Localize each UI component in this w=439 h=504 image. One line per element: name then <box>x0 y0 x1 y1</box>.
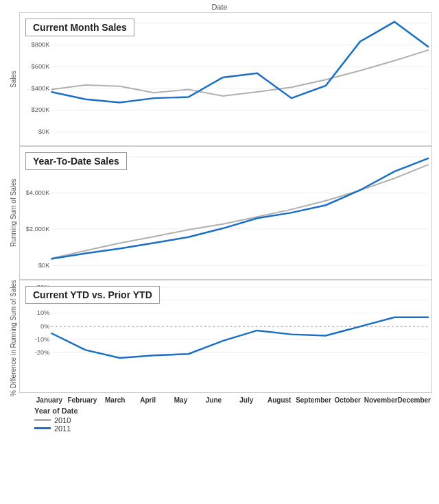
svg-text:$800K: $800K <box>32 42 50 49</box>
chart2-wrapper: Running Sum of Sales Year-To-Date Sales … <box>7 146 432 280</box>
chart3-wrapper: % Difference in Running Sum of Sales Cur… <box>7 280 432 396</box>
main-container: Date Sales Current Month Sales $1,000K $… <box>0 0 439 433</box>
months-axis: January February March April May June Ju… <box>7 396 432 404</box>
svg-text:$0K: $0K <box>38 262 50 269</box>
month-sep: September <box>296 396 331 404</box>
month-apr: April <box>132 396 165 404</box>
chart1-y-label: Sales <box>7 12 19 146</box>
legend-line-2011 <box>34 427 51 429</box>
month-feb: February <box>66 396 99 404</box>
month-may: May <box>165 396 198 404</box>
svg-text:-10%: -10% <box>35 336 50 343</box>
month-mar: March <box>99 396 132 404</box>
chart1-wrapper: Sales Current Month Sales $1,000K $800K … <box>7 12 432 146</box>
month-aug: August <box>263 396 296 404</box>
chart1-area: Current Month Sales $1,000K $800K $600K … <box>19 12 432 146</box>
legend-title: Year of Date <box>34 407 78 415</box>
chart3-y-label: % Difference in Running Sum of Sales <box>7 280 19 396</box>
svg-text:$0K: $0K <box>38 128 50 135</box>
svg-text:$2,000K: $2,000K <box>26 226 50 232</box>
month-jul: July <box>230 396 263 404</box>
chart1-title: Current Month Sales <box>25 19 134 36</box>
legend-item-2011: 2011 <box>34 424 78 433</box>
chart2-title: Year-To-Date Sales <box>25 152 127 170</box>
legend-item-2010: 2010 <box>34 416 78 424</box>
svg-text:$600K: $600K <box>32 63 50 70</box>
svg-text:$4,000K: $4,000K <box>26 189 50 196</box>
x-axis-label: Date <box>7 0 432 12</box>
svg-text:$200K: $200K <box>32 107 50 114</box>
svg-text:10%: 10% <box>37 310 50 317</box>
month-jun: June <box>197 396 230 404</box>
legend-area: Year of Date 2010 2011 <box>7 404 432 433</box>
legend-label-2011: 2011 <box>54 424 71 433</box>
chart3-area: Current YTD vs. Prior YTD 30% 20% 10% 0%… <box>19 280 432 393</box>
month-oct: October <box>331 396 364 404</box>
svg-text:-20%: -20% <box>35 349 50 356</box>
legend-line-2010 <box>34 419 51 421</box>
chart2-y-label: Running Sum of Sales <box>7 146 19 280</box>
month-dec: December <box>398 396 431 404</box>
svg-text:$400K: $400K <box>32 85 50 92</box>
legend-label-2010: 2010 <box>54 416 71 424</box>
month-jan: January <box>33 396 66 404</box>
chart2-area: Year-To-Date Sales $6,000K $4,000K $2,00… <box>19 146 432 280</box>
svg-text:0%: 0% <box>40 323 49 330</box>
month-nov: November <box>364 396 398 404</box>
chart3-title: Current YTD vs. Prior YTD <box>25 286 160 304</box>
